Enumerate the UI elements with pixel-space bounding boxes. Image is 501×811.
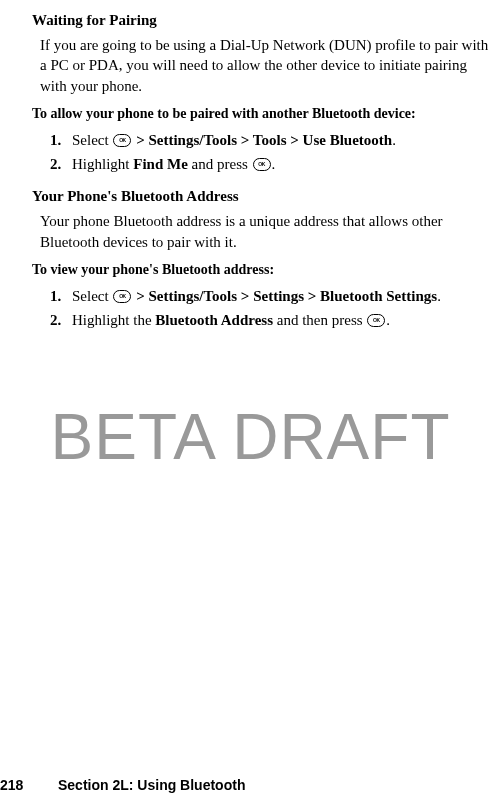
step-number: 1. xyxy=(50,130,72,150)
ok-key-icon xyxy=(113,290,131,303)
step-content: Select > Settings/Tools > Tools > Use Bl… xyxy=(72,130,489,150)
step-number: 2. xyxy=(50,310,72,330)
step-number: 2. xyxy=(50,154,72,174)
page-footer: 218Section 2L: Using Bluetooth xyxy=(0,777,245,793)
section-heading-pairing: Waiting for Pairing xyxy=(32,12,489,29)
step-bold: > Settings/Tools > Tools > Use Bluetooth xyxy=(132,132,392,148)
step-bold: Find Me xyxy=(133,156,188,172)
step-text: Select xyxy=(72,288,112,304)
ok-key-icon xyxy=(113,134,131,147)
step-item: 1. Select > Settings/Tools > Tools > Use… xyxy=(50,130,489,150)
step-text: . xyxy=(392,132,396,148)
section-heading-address: Your Phone's Bluetooth Address xyxy=(32,188,489,205)
step-item: 1. Select > Settings/Tools > Settings > … xyxy=(50,286,489,306)
step-number: 1. xyxy=(50,286,72,306)
step-bold: Bluetooth Address xyxy=(155,312,273,328)
step-text: and then press xyxy=(273,312,366,328)
step-text: Select xyxy=(72,132,112,148)
step-content: Highlight the Bluetooth Address and then… xyxy=(72,310,489,330)
step-bold: > Settings/Tools > Settings > Bluetooth … xyxy=(132,288,437,304)
step-item: 2. Highlight Find Me and press . xyxy=(50,154,489,174)
step-text: Highlight the xyxy=(72,312,155,328)
instruction-address: To view your phone's Bluetooth address: xyxy=(32,262,489,278)
step-text: . xyxy=(386,312,390,328)
ok-key-icon xyxy=(367,314,385,327)
step-content: Highlight Find Me and press . xyxy=(72,154,489,174)
page-number: 218 xyxy=(0,777,40,793)
page-content: Waiting for Pairing If you are going to … xyxy=(0,12,501,330)
ok-key-icon xyxy=(253,158,271,171)
section-body-address: Your phone Bluetooth address is a unique… xyxy=(40,211,489,252)
step-text: and press xyxy=(188,156,252,172)
step-content: Select > Settings/Tools > Settings > Blu… xyxy=(72,286,489,306)
step-item: 2. Highlight the Bluetooth Address and t… xyxy=(50,310,489,330)
footer-section-label: Section 2L: Using Bluetooth xyxy=(58,777,245,793)
step-text: . xyxy=(437,288,441,304)
instruction-pairing: To allow your phone to be paired with an… xyxy=(32,106,489,122)
section-body-pairing: If you are going to be using a Dial-Up N… xyxy=(40,35,489,96)
step-text: Highlight xyxy=(72,156,133,172)
watermark-text: BETA DRAFT xyxy=(0,400,501,474)
step-text: . xyxy=(272,156,276,172)
